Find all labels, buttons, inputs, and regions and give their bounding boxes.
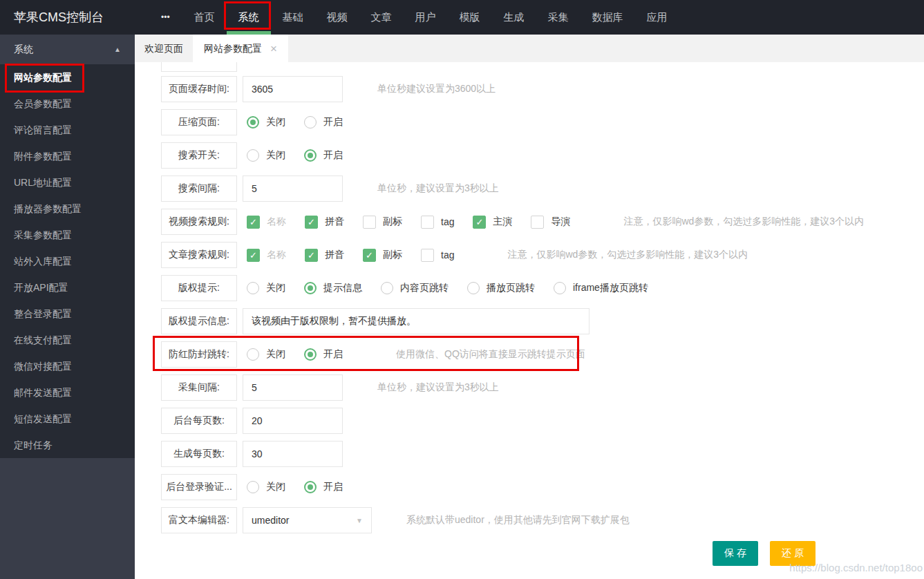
checkbox-option[interactable]: ✓名称: [247, 216, 286, 229]
checkbox-option[interactable]: ✓拼音: [305, 216, 344, 229]
sidebar-item[interactable]: 评论留言配置: [0, 117, 135, 143]
radio-option[interactable]: 关闭: [247, 116, 285, 129]
radio-icon: [554, 282, 566, 294]
text-input[interactable]: [243, 308, 590, 334]
save-button[interactable]: 保 存: [713, 541, 758, 566]
sidebar-group-header[interactable]: 系统 ▲: [0, 35, 135, 64]
sidebar-item[interactable]: 在线支付配置: [0, 327, 135, 353]
checkbox-option[interactable]: ✓副标: [363, 249, 402, 262]
sidebar-item[interactable]: 短信发送配置: [0, 406, 135, 432]
checkbox-label: 导演: [551, 216, 570, 228]
checkbox-icon: [421, 216, 434, 229]
radio-option[interactable]: 关闭: [247, 481, 285, 493]
sidebar-item[interactable]: 会员参数配置: [0, 91, 135, 117]
top-navbar: 苹果CMS控制台 ••• 首页系统基础视频文章用户模版生成采集数据库应用: [0, 0, 924, 35]
sidebar-item[interactable]: 开放API配置: [0, 274, 135, 301]
sidebar-group-title: 系统: [14, 44, 33, 56]
radio-option[interactable]: 播放页跳转: [467, 282, 535, 294]
nav-item[interactable]: 采集: [536, 0, 581, 35]
checkbox-label: 副标: [383, 249, 402, 261]
sidebar-item[interactable]: 定时任务: [0, 432, 135, 458]
sidebar-item[interactable]: 站外入库配置: [0, 248, 135, 274]
radio-option[interactable]: iframe播放页跳转: [554, 282, 648, 294]
nav-item[interactable]: 应用: [635, 0, 679, 35]
checkbox-icon: [531, 216, 544, 229]
option-group: 关闭提示信息内容页跳转播放页跳转iframe播放页跳转: [247, 282, 667, 294]
nav-item[interactable]: 文章: [359, 0, 404, 35]
radio-option[interactable]: 开启: [304, 348, 343, 361]
text-input[interactable]: [243, 441, 343, 467]
sidebar-item[interactable]: 网站参数配置: [0, 64, 135, 91]
field-label: 生成每页数:: [161, 441, 237, 467]
text-input[interactable]: [243, 408, 343, 434]
chevron-down-icon: ▼: [356, 517, 363, 524]
field-label: 防红防封跳转:: [161, 341, 237, 368]
form-row: 富文本编辑器:umeditor▼系统默认带ueditor，使用其他请先到官网下载…: [161, 507, 924, 533]
field-hint: 单位秒建议设置为3600以上: [377, 83, 496, 95]
checkbox-option[interactable]: ✓名称: [247, 249, 286, 262]
text-input[interactable]: [243, 76, 343, 102]
radio-option[interactable]: 提示信息: [304, 282, 362, 294]
sidebar-item[interactable]: 播放器参数配置: [0, 196, 135, 222]
radio-icon: [247, 116, 259, 129]
radio-label: 开启: [323, 149, 343, 162]
checkbox-option[interactable]: ✓主演: [473, 216, 512, 229]
radio-icon: [304, 282, 317, 294]
nav-item[interactable]: 数据库: [581, 0, 635, 35]
sidebar-item[interactable]: 微信对接配置: [0, 353, 135, 379]
field-hint: 单位秒，建议设置为3秒以上: [377, 182, 499, 195]
nav-item[interactable]: 用户: [404, 0, 448, 35]
tab-close-icon[interactable]: ×: [270, 43, 277, 55]
radio-icon: [304, 348, 317, 361]
option-group: 关闭开启: [247, 481, 361, 493]
more-menu-icon[interactable]: •••: [161, 12, 170, 22]
editor-select[interactable]: umeditor▼: [243, 507, 372, 533]
sidebar-item[interactable]: 附件参数配置: [0, 143, 135, 169]
checkbox-option[interactable]: 副标: [363, 216, 402, 229]
nav-item[interactable]: 生成: [492, 0, 536, 35]
radio-option[interactable]: 开启: [304, 116, 343, 129]
form-row: 压缩页面:关闭开启: [161, 109, 924, 135]
checkbox-option[interactable]: tag: [421, 216, 454, 229]
top-nav: 首页系统基础视频文章用户模版生成采集数据库应用: [182, 0, 679, 35]
form-row: 搜索间隔:单位秒，建议设置为3秒以上: [161, 175, 924, 202]
option-group: 关闭开启: [247, 348, 361, 361]
radio-option[interactable]: 关闭: [247, 348, 285, 361]
radio-option[interactable]: 关闭: [247, 282, 285, 294]
option-group: ✓名称✓拼音✓副标tag: [247, 249, 473, 262]
radio-option[interactable]: 关闭: [247, 149, 285, 162]
checkbox-icon: ✓: [247, 249, 260, 262]
sidebar-item[interactable]: 整合登录配置: [0, 301, 135, 327]
checkbox-option[interactable]: ✓拼音: [305, 249, 344, 262]
checkbox-label: 拼音: [325, 249, 344, 261]
checkbox-option[interactable]: 导演: [531, 216, 570, 229]
text-input[interactable]: [243, 374, 343, 401]
nav-item[interactable]: 基础: [271, 0, 315, 35]
checkbox-label: 拼音: [325, 216, 344, 228]
nav-item[interactable]: 系统: [227, 0, 271, 35]
radio-option[interactable]: 开启: [304, 149, 343, 162]
checkbox-label: 名称: [267, 249, 286, 261]
radio-icon: [247, 348, 259, 361]
radio-icon: [247, 149, 259, 162]
radio-option[interactable]: 内容页跳转: [381, 282, 449, 294]
checkbox-label: tag: [441, 216, 454, 227]
radio-label: 内容页跳转: [400, 282, 449, 294]
nav-item[interactable]: 视频: [315, 0, 359, 35]
nav-item[interactable]: 首页: [182, 0, 227, 35]
sidebar-item[interactable]: URL地址配置: [0, 169, 135, 196]
nav-item[interactable]: 模版: [448, 0, 492, 35]
form-row: 采集间隔:单位秒，建议设置为3秒以上: [161, 374, 924, 401]
sidebar-item[interactable]: 邮件发送配置: [0, 379, 135, 406]
field-hint: 单位秒，建议设置为3秒以上: [377, 381, 499, 394]
field-hint: 系统默认带ueditor，使用其他请先到官网下载扩展包: [406, 514, 630, 526]
field-hint: 使用微信、QQ访问将直接显示跳转提示页面: [396, 348, 585, 361]
radio-option[interactable]: 开启: [304, 481, 343, 493]
text-input[interactable]: [243, 175, 343, 202]
tab[interactable]: 网站参数配置×: [193, 35, 288, 62]
tab[interactable]: 欢迎页面: [135, 35, 193, 62]
sidebar-item[interactable]: 采集参数配置: [0, 222, 135, 248]
checkbox-option[interactable]: tag: [421, 249, 454, 262]
radio-label: iframe播放页跳转: [573, 282, 648, 294]
field-label: 压缩页面:: [161, 109, 237, 135]
